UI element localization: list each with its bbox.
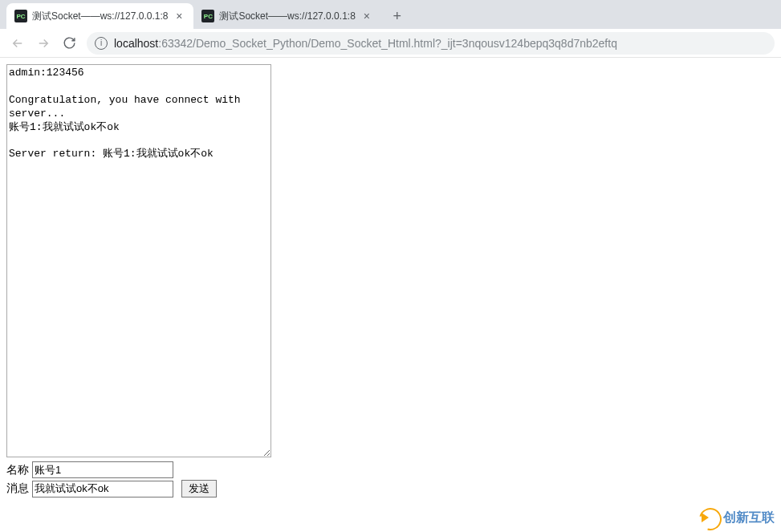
favicon-icon: PC [201, 10, 214, 22]
url-text: localhost:63342/Demo_Socket_Python/Demo_… [114, 37, 617, 50]
close-icon[interactable]: × [360, 10, 373, 22]
address-bar[interactable]: i localhost:63342/Demo_Socket_Python/Dem… [87, 32, 775, 55]
page-content: 名称 消息 发送 [0, 58, 781, 504]
message-input[interactable] [32, 481, 173, 497]
reload-icon [63, 36, 76, 50]
name-label: 名称 [6, 463, 31, 477]
forward-button[interactable] [32, 32, 55, 55]
name-input[interactable] [32, 461, 173, 478]
browser-toolbar: i localhost:63342/Demo_Socket_Python/Dem… [0, 29, 781, 58]
watermark-text: 创新互联 [723, 510, 775, 526]
favicon-icon: PC [14, 10, 27, 22]
tab-title: 测试Socket——ws://127.0.0.1:8 [32, 10, 168, 23]
message-label: 消息 [6, 481, 31, 496]
back-button[interactable] [6, 32, 29, 55]
arrow-left-icon [10, 36, 25, 51]
browser-tab-1[interactable]: PC 测试Socket——ws://127.0.0.1:8 × [6, 3, 193, 29]
site-info-icon[interactable]: i [95, 37, 108, 50]
log-textarea[interactable] [6, 64, 271, 457]
watermark: 创新互联 [699, 508, 775, 527]
close-icon[interactable]: × [173, 10, 185, 22]
arrow-right-icon [36, 36, 51, 51]
browser-tab-2[interactable]: PC 测试Socket——ws://127.0.0.1:8 × [193, 3, 380, 29]
reload-button[interactable] [58, 32, 80, 55]
new-tab-button[interactable]: + [386, 5, 409, 27]
watermark-icon [699, 508, 718, 527]
send-button[interactable]: 发送 [181, 480, 217, 497]
tab-bar: PC 测试Socket——ws://127.0.0.1:8 × PC 测试Soc… [0, 0, 781, 29]
tab-title: 测试Socket——ws://127.0.0.1:8 [219, 10, 355, 23]
